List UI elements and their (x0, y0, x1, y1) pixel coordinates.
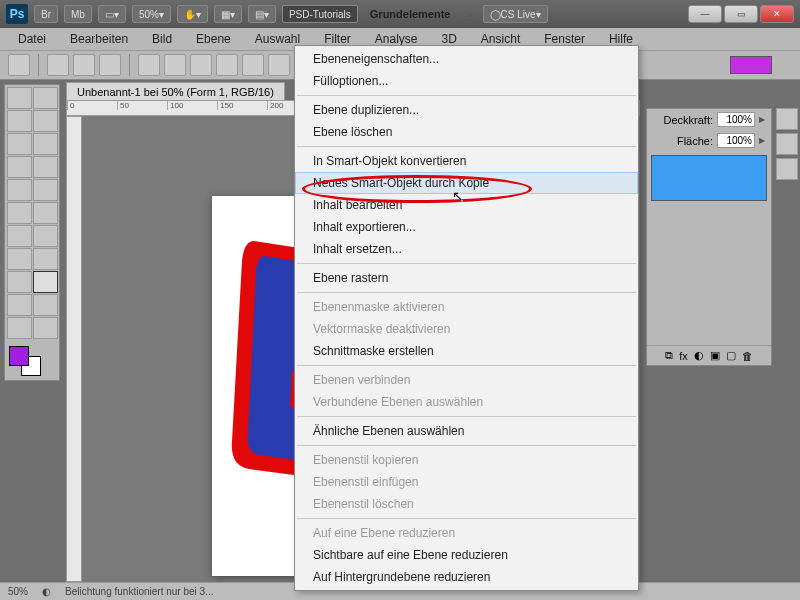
menuitem-convert-smart-object[interactable]: In Smart-Objekt konvertieren (295, 150, 638, 172)
menuitem-rasterize-layer[interactable]: Ebene rastern (295, 267, 638, 289)
close-button[interactable]: ✕ (760, 5, 794, 23)
panel-icon-paths[interactable] (776, 158, 798, 180)
menuitem-export-contents[interactable]: Inhalt exportieren... (295, 216, 638, 238)
minimize-button[interactable]: — (688, 5, 722, 23)
blur-tool[interactable] (7, 225, 32, 247)
fill-label: Fläche: (677, 135, 713, 147)
fill-input[interactable] (717, 133, 755, 148)
panel-icon-layers[interactable] (776, 108, 798, 130)
pen-tool[interactable] (7, 248, 32, 270)
status-zoom: 50% (8, 586, 28, 597)
menuitem-select-linked: Verbundene Ebenen auswählen (295, 391, 638, 413)
layer-thumbnail[interactable] (651, 155, 767, 201)
opacity-input[interactable] (717, 112, 755, 127)
menuitem-replace-contents[interactable]: Inhalt ersetzen... (295, 238, 638, 260)
menuitem-new-smart-object-copy[interactable]: Neues Smart-Objekt durch Kopie (295, 172, 638, 194)
heal-tool[interactable] (7, 156, 32, 178)
document-tab[interactable]: Unbenannt-1 bei 50% (Form 1, RGB/16) (66, 82, 285, 101)
panel-icon-channels[interactable] (776, 133, 798, 155)
shape-preset-icon[interactable] (8, 54, 30, 76)
menuitem-delete-layer[interactable]: Ebene löschen (295, 121, 638, 143)
workspace-more-icon[interactable]: » (462, 8, 476, 20)
extras-button[interactable]: ▤▾ (248, 5, 276, 23)
fill-color-swatch[interactable] (730, 56, 772, 74)
hand-tool-button[interactable]: ✋▾ (177, 5, 208, 23)
status-message: Belichtung funktioniert nur bei 3... (65, 586, 213, 597)
crop-tool[interactable] (7, 133, 32, 155)
menuitem-select-similar-layers[interactable]: Ähnliche Ebenen auswählen (295, 420, 638, 442)
mode-shape-icon[interactable] (47, 54, 69, 76)
tool-polygon-icon[interactable] (268, 54, 290, 76)
menu-ebene[interactable]: Ebene (186, 30, 241, 48)
menu-bearbeiten[interactable]: Bearbeiten (60, 30, 138, 48)
chevron-right-icon[interactable]: ▶ (759, 136, 765, 145)
wand-tool[interactable] (33, 110, 58, 132)
trash-icon[interactable]: 🗑 (742, 350, 753, 362)
maximize-button[interactable]: ▭ (724, 5, 758, 23)
minibridge-button[interactable]: Mb (64, 5, 92, 23)
foreground-color-swatch[interactable] (9, 346, 29, 366)
path-select-tool[interactable] (7, 271, 32, 293)
history-brush-tool[interactable] (33, 179, 58, 201)
layer-context-menu: Ebeneneigenschaften... Fülloptionen... E… (294, 45, 639, 591)
menuitem-paste-layer-style: Ebenenstil einfügen (295, 471, 638, 493)
ruler-vertical (66, 116, 82, 582)
menuitem-edit-contents[interactable]: Inhalt bearbeiten (295, 194, 638, 216)
gradient-tool[interactable] (33, 202, 58, 224)
menuitem-fill-options[interactable]: Fülloptionen... (295, 70, 638, 92)
tool-pen-icon[interactable] (138, 54, 160, 76)
menuitem-copy-layer-style: Ebenenstil kopieren (295, 449, 638, 471)
tool-roundrect-icon[interactable] (216, 54, 238, 76)
tool-freeform-icon[interactable] (164, 54, 186, 76)
new-group-icon[interactable]: ▣ (710, 349, 720, 362)
eraser-tool[interactable] (7, 202, 32, 224)
link-layers-icon[interactable]: ⧉ (665, 349, 673, 362)
cslive-button[interactable]: ◯ CS Live ▾ (483, 5, 548, 23)
workspace-psdtutorials-button[interactable]: PSD-Tutorials (282, 5, 358, 23)
menuitem-layer-properties[interactable]: Ebeneneigenschaften... (295, 48, 638, 70)
3d-tool[interactable] (7, 294, 32, 316)
move-tool[interactable] (7, 87, 32, 109)
menuitem-create-clipping-mask[interactable]: Schnittmaske erstellen (295, 340, 638, 362)
eyedropper-tool[interactable] (33, 133, 58, 155)
camera-tool[interactable] (33, 294, 58, 316)
type-tool[interactable] (33, 248, 58, 270)
menu-datei[interactable]: Datei (8, 30, 56, 48)
menuitem-clear-layer-style: Ebenenstil löschen (295, 493, 638, 515)
menuitem-merge-down: Auf eine Ebene reduzieren (295, 522, 638, 544)
menuitem-enable-layer-mask: Ebenenmaske aktivieren (295, 296, 638, 318)
brush-tool[interactable] (33, 156, 58, 178)
stamp-tool[interactable] (7, 179, 32, 201)
right-panels: Deckkraft: ▶ Fläche: ▶ ⧉ fx ◐ ▣ ▢ 🗑 (646, 108, 772, 370)
menuitem-merge-visible[interactable]: Sichtbare auf eine Ebene reduzieren (295, 544, 638, 566)
menu-bild[interactable]: Bild (142, 30, 182, 48)
layers-panel: Deckkraft: ▶ Fläche: ▶ ⧉ fx ◐ ▣ ▢ 🗑 (646, 108, 772, 366)
dodge-tool[interactable] (33, 225, 58, 247)
cslive-label: CS Live (501, 9, 536, 20)
arrange-docs-button[interactable]: ▦▾ (214, 5, 242, 23)
chevron-right-icon[interactable]: ▶ (759, 115, 765, 124)
zoom-dropdown[interactable]: 50% ▾ (132, 5, 171, 23)
layer-mask-icon[interactable]: ◐ (694, 349, 704, 362)
layer-style-icon[interactable]: fx (679, 350, 688, 362)
menuitem-duplicate-layer[interactable]: Ebene duplizieren... (295, 99, 638, 121)
titlebar: Ps Br Mb ▭▾ 50% ▾ ✋▾ ▦▾ ▤▾ PSD-Tutorials… (0, 0, 800, 28)
bridge-button[interactable]: Br (34, 5, 58, 23)
zoom-tool[interactable] (33, 317, 58, 339)
zoom-level-text: 50% (139, 9, 159, 20)
menuitem-flatten-image[interactable]: Auf Hintergrundebene reduzieren (295, 566, 638, 588)
mode-path-icon[interactable] (73, 54, 95, 76)
workspace-grundelemente-button[interactable]: Grundelemente (364, 8, 457, 20)
lasso-tool[interactable] (7, 110, 32, 132)
cursor-icon: ↖ (452, 188, 464, 204)
new-layer-icon[interactable]: ▢ (726, 349, 736, 362)
color-swatches[interactable] (7, 344, 58, 378)
marquee-tool[interactable] (33, 87, 58, 109)
hand-tool[interactable] (7, 317, 32, 339)
mode-fill-icon[interactable] (99, 54, 121, 76)
screen-mode-button[interactable]: ▭▾ (98, 5, 126, 23)
tool-rect-icon[interactable] (190, 54, 212, 76)
ps-logo: Ps (6, 4, 28, 24)
shape-tool[interactable] (33, 271, 58, 293)
tool-ellipse-icon[interactable] (242, 54, 264, 76)
